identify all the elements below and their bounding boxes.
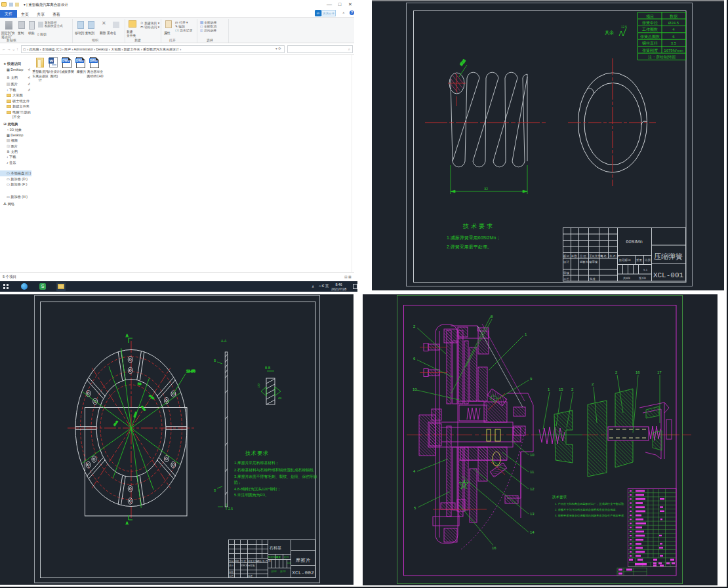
- svg-text:共3张: 共3张: [271, 570, 277, 573]
- svg-text:陷；: 陷；: [234, 480, 242, 485]
- svg-text:标记: 标记: [228, 559, 234, 562]
- svg-text:XCL-002: XCL-002: [292, 570, 314, 576]
- svg-text:3.5: 3.5: [671, 41, 677, 45]
- svg-text:2.5: 2.5: [228, 507, 233, 511]
- svg-text:胡树木.: 胡树木.: [580, 260, 589, 264]
- svg-text:胡树木: 胡树木: [241, 564, 248, 567]
- svg-text:分 区: 分 区: [580, 254, 587, 258]
- svg-text:11: 11: [530, 470, 535, 474]
- svg-text:技术要求: 技术要求: [462, 223, 495, 229]
- svg-text:年.月.日: 年.月.日: [609, 254, 620, 258]
- svg-text:其余: 其余: [605, 30, 614, 35]
- svg-text:设计: 设计: [229, 564, 234, 567]
- svg-text:120°: 120°: [257, 382, 260, 388]
- svg-text:弹簧总圈数: 弹簧总圈数: [640, 34, 660, 39]
- svg-text:第1张: 第1张: [639, 277, 647, 280]
- svg-text:核审核: 核审核: [589, 260, 598, 264]
- svg-text:10: 10: [413, 387, 417, 391]
- svg-text:设计: 设计: [563, 260, 569, 264]
- svg-text:批准: 批准: [248, 575, 253, 578]
- svg-text:签 名: 签 名: [256, 560, 262, 562]
- svg-text:A-A: A-A: [221, 339, 227, 343]
- svg-text:审核: 审核: [229, 570, 234, 574]
- svg-text:5.1: 5.1: [643, 268, 648, 271]
- svg-text:12: 12: [530, 487, 535, 491]
- svg-text:弹簧刚度: 弹簧刚度: [642, 48, 658, 53]
- svg-text:5.未注明圆角为R3。: 5.未注明圆角为R3。: [234, 492, 269, 498]
- svg-text:12-Ø8: 12-Ø8: [186, 369, 195, 373]
- svg-text:钢丝直径: 钢丝直径: [641, 41, 658, 45]
- svg-text:审核数: 审核数: [248, 564, 255, 567]
- svg-text:16: 16: [636, 370, 640, 374]
- svg-text:摩擦片: 摩擦片: [296, 557, 311, 563]
- svg-text:17: 17: [657, 370, 662, 374]
- svg-text:注：所绘制外圆: 注：所绘制外圆: [648, 54, 676, 60]
- svg-text:R6: R6: [138, 382, 142, 385]
- svg-text:年.月.日: 年.月.日: [262, 560, 271, 562]
- svg-text:Ø8: Ø8: [278, 397, 282, 400]
- svg-text:B-B: B-B: [265, 366, 271, 370]
- svg-text:XCL-001: XCL-001: [653, 271, 684, 279]
- svg-text:签 名: 签 名: [600, 254, 607, 258]
- svg-text:处数: 处数: [571, 254, 577, 258]
- svg-text:技术要求: 技术要求: [245, 450, 269, 456]
- svg-text:比例: 比例: [284, 556, 289, 559]
- svg-text:60SiMn: 60SiMn: [626, 239, 642, 245]
- svg-text:15: 15: [559, 387, 563, 391]
- svg-text:弹簧中径: 弹簧中径: [642, 20, 658, 26]
- svg-text:石棉基: 石棉基: [269, 545, 281, 551]
- svg-text:分 区: 分 区: [241, 560, 247, 562]
- svg-text:重量: 重量: [276, 555, 281, 559]
- svg-text:工作圈数: 工作圈数: [642, 27, 658, 32]
- svg-text:工艺: 工艺: [563, 277, 569, 281]
- svg-text:1.摩擦片采用石棉基材料；: 1.摩擦片采用石棉基材料；: [234, 460, 279, 465]
- svg-text:工艺: 工艺: [229, 575, 234, 578]
- svg-text:Ø24.5: Ø24.5: [668, 21, 679, 25]
- svg-text:13: 13: [530, 512, 535, 516]
- svg-text:项目: 项目: [646, 14, 654, 19]
- svg-text:批准: 批准: [589, 277, 596, 281]
- svg-text:共8张: 共8张: [623, 277, 631, 280]
- svg-text:32: 32: [484, 187, 488, 191]
- svg-text:3.摩擦片表面不得有毛刺、裂纹、划痕、保伤等缺: 3.摩擦片表面不得有毛刺、裂纹、划痕、保伤等缺: [234, 474, 317, 479]
- svg-text:第2张: 第2张: [280, 570, 287, 573]
- svg-text:1:1: 1:1: [287, 562, 291, 564]
- svg-text:2.弹簧采用磨平处理。: 2.弹簧采用磨平处理。: [447, 245, 492, 250]
- svg-text:4.8-8铆钉为沉头120°铆钉；: 4.8-8铆钉为沉头120°铆钉；: [234, 486, 281, 492]
- svg-text:重量: 重量: [636, 258, 642, 262]
- svg-text:处数: 处数: [235, 559, 240, 562]
- svg-text:1679N/mm: 1679N/mm: [664, 49, 683, 52]
- svg-text:2.石棉基材料与石棉纤维和铜丝混轧成石棉铜线.: 2.石棉基材料与石棉纤维和铜丝混轧成石棉铜线.: [234, 467, 315, 473]
- svg-text:14: 14: [530, 530, 535, 534]
- svg-text:技术要求: 技术要求: [552, 495, 567, 500]
- svg-text:数据: 数据: [670, 14, 677, 19]
- svg-text:10: 10: [530, 453, 535, 457]
- svg-text:16: 16: [492, 546, 496, 550]
- svg-text:审核: 审核: [563, 271, 569, 275]
- svg-text:压缩弹簧: 压缩弹簧: [654, 252, 683, 260]
- svg-text:1.减振弹簧采用60Si2Mn；: 1.减振弹簧采用60Si2Mn；: [447, 235, 500, 241]
- svg-text:12.5: 12.5: [621, 26, 627, 29]
